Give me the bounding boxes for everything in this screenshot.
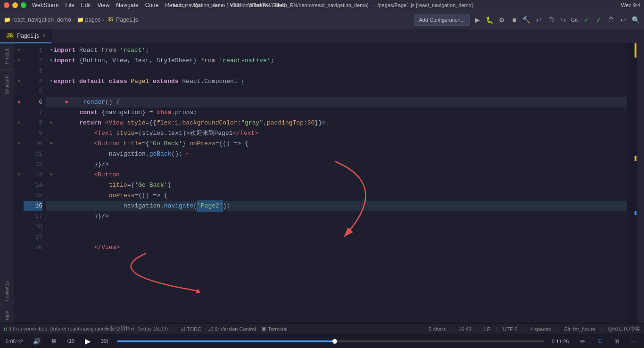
menu-navigate[interactable]: Navigate: [116, 2, 138, 8]
right-sidebar: [636, 43, 644, 323]
window-title: react_navigation_demo [~/Desktop/Tea/RN/…: [171, 2, 473, 8]
player-more-icon[interactable]: ···: [629, 337, 638, 346]
menu-file[interactable]: File: [65, 2, 74, 8]
statusbar-terminal-text: Terminal: [268, 326, 288, 332]
code-line-17: }}/>: [46, 211, 627, 222]
minimize-button[interactable]: [12, 2, 18, 8]
statusbar-todo[interactable]: ☑ TODO: [181, 326, 202, 332]
git-checkmark-icon[interactable]: ✓: [582, 15, 591, 25]
code-line-6: ● render () {: [46, 97, 627, 108]
right-marker-2: [635, 156, 636, 161]
titlebar-right: Wed 9:4: [621, 2, 640, 8]
sidebar-item-npm[interactable]: npm: [4, 307, 9, 323]
maximize-button[interactable]: [21, 2, 26, 8]
stop-icon[interactable]: ■: [510, 15, 519, 25]
tab-page1[interactable]: JS Page1.js ✕: [0, 29, 52, 43]
progress-bar[interactable]: [117, 340, 544, 342]
code-content[interactable]: ▼ import React from 'react' ; ▼ import {…: [46, 43, 627, 323]
breadcrumb-file[interactable]: JS Page1.js: [106, 17, 138, 23]
code-line-7: const {navigation} = this .props;: [46, 108, 627, 118]
breadcrumb: 📁 react_navigation_demo › 📁 pages › JS P…: [4, 17, 411, 23]
player-pen-icon[interactable]: ✏: [578, 337, 587, 346]
statusbar-position[interactable]: 16:43: [458, 326, 471, 332]
statusbar-vc-text: 9: Version Control: [215, 326, 256, 332]
code-line-10: ▼ <Button title ={ 'Go Back' } onPress =…: [46, 139, 627, 149]
left-sidebar: Project Structure Favorites npm: [0, 43, 14, 323]
code-line-8: ▼ return <View style ={{ flex : 1 , back…: [46, 118, 627, 128]
redo-icon[interactable]: ↪: [559, 15, 568, 25]
player-bar: 0:05:42 🔊 🖥 ⟨10 ▶ 30⟩ 0:11:26 ✏ ① ⊞ ···: [0, 334, 644, 348]
code-line-9: <Text style ={styles.text}> 欢迎来到Page1 </…: [46, 128, 627, 139]
profile-icon[interactable]: ⚙: [497, 15, 507, 25]
history-icon[interactable]: ⏱: [546, 15, 556, 25]
undo-icon[interactable]: ↩: [534, 15, 544, 25]
debug-icon[interactable]: 🐛: [485, 15, 495, 25]
code-line-19: [46, 232, 627, 242]
statusbar: ⑆ 3 files committed: [future] react-navi…: [0, 323, 644, 334]
code-line-18: [46, 222, 627, 232]
statusbar-git-commit[interactable]: ⑆ 3 files committed: [future] react-navi…: [4, 325, 168, 332]
editor-container: Project Structure Favorites npm ▼ ▼ ▼ ●↑…: [0, 43, 644, 323]
right-marker-1: [635, 43, 636, 58]
sidebar-item-favorites[interactable]: Favorites: [4, 278, 9, 305]
statusbar-line-ending[interactable]: LF: [484, 326, 490, 332]
breadcrumb-sep-2: ›: [102, 17, 104, 23]
git-clock-icon[interactable]: ⏱: [606, 15, 616, 25]
tab-close-button[interactable]: ✕: [42, 33, 46, 38]
titlebar: WebStorm File Edit View Navigate Code Re…: [0, 0, 644, 10]
code-line-14: title ={ 'Go Back' }: [46, 180, 627, 191]
statusbar-branch-text: Git: for_future: [563, 326, 595, 332]
code-editor[interactable]: ▼ ▼ ▼ ●↑ ▼ ▼ ▼ 1 2 3 4 5: [14, 43, 636, 323]
git-check2-icon[interactable]: ✓: [594, 15, 603, 25]
code-line-11: navigation. goBack (); ⌐: [46, 149, 627, 159]
right-scrollbar[interactable]: [627, 43, 636, 323]
statusbar-position-text: 16:43: [458, 326, 471, 332]
git-revert-icon[interactable]: ↩: [619, 15, 628, 25]
code-line-4: ▼ export default class Page1 extends Rea…: [46, 76, 627, 87]
right-marker-3: [635, 211, 636, 215]
statusbar-git-branch[interactable]: Git: for_future: [563, 326, 595, 332]
statusbar-terminal[interactable]: ▣ Terminal: [262, 326, 288, 332]
statusbar-version-control[interactable]: ⎇ 9: Version Control: [207, 326, 256, 332]
toolbar: 📁 react_navigation_demo › 📁 pages › JS P…: [0, 10, 644, 29]
tabbar: JS Page1.js ✕: [0, 29, 644, 43]
statusbar-site-text: @51CTO博客: [608, 325, 640, 332]
sidebar-item-structure[interactable]: Structure: [4, 72, 9, 99]
code-line-3: [46, 66, 627, 76]
menu-view[interactable]: View: [98, 2, 110, 8]
menu-code[interactable]: Code: [145, 2, 159, 8]
statusbar-site[interactable]: @51CTO博客: [608, 325, 640, 332]
menu-edit[interactable]: Edit: [81, 2, 91, 8]
statusbar-indent-text: 4 spaces: [530, 326, 551, 332]
total-time: 0:11:26: [552, 339, 570, 344]
code-line-20: </View>: [46, 242, 627, 253]
player-screen2-icon[interactable]: ⊞: [612, 337, 621, 346]
close-button[interactable]: [4, 2, 9, 8]
statusbar-le-text: LF: [484, 326, 490, 332]
statusbar-chars[interactable]: 5 chars: [429, 326, 446, 332]
progress-thumb[interactable]: [332, 339, 337, 344]
statusbar-encoding[interactable]: UTF-8: [503, 326, 518, 332]
run-icon[interactable]: ▶: [473, 15, 482, 25]
build-icon[interactable]: 🔨: [522, 15, 531, 25]
js-icon: JS: [6, 33, 14, 39]
player-badge-icon[interactable]: ①: [595, 337, 604, 346]
menu-webstorm[interactable]: WebStorm: [32, 2, 58, 8]
player-screen-icon[interactable]: 🖥: [49, 337, 58, 346]
statusbar-indent[interactable]: 4 spaces: [530, 326, 551, 332]
breadcrumb-sep-1: ›: [73, 17, 75, 23]
add-configuration-button[interactable]: Add Configuration...: [414, 14, 470, 26]
progress-fill: [117, 340, 335, 342]
git-icon: ⑆: [4, 326, 7, 332]
traffic-lights: [4, 2, 26, 8]
player-play-icon[interactable]: ▶: [83, 337, 92, 346]
player-forward-icon[interactable]: 30⟩: [100, 337, 109, 346]
breadcrumb-project[interactable]: 📁 react_navigation_demo: [4, 17, 71, 23]
player-rewind-icon[interactable]: ⟨10: [66, 337, 75, 346]
code-line-13: ▼ <Button: [46, 170, 627, 180]
player-audio-icon[interactable]: 🔊: [32, 337, 41, 346]
breadcrumb-pages[interactable]: 📁 pages: [77, 17, 101, 23]
search-icon[interactable]: 🔍: [631, 15, 640, 25]
sidebar-item-project[interactable]: Project: [4, 45, 9, 67]
code-line-15: onPress ={() => {: [46, 191, 627, 201]
